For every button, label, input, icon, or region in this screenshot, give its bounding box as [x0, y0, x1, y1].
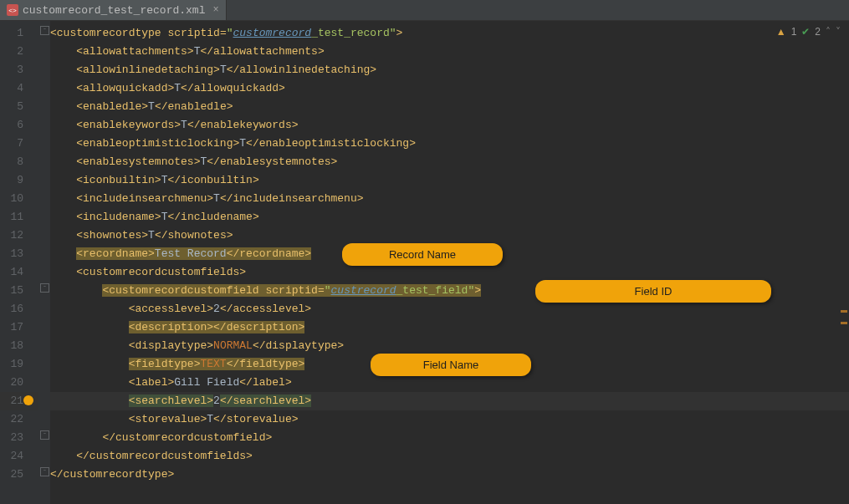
line-number: 12 — [0, 227, 38, 245]
code-line[interactable]: <includename>T</includename> — [50, 208, 849, 227]
tab-bar: <> customrecord_test_record.xml × — [0, 0, 849, 21]
line-number: 23 — [0, 429, 38, 447]
code-line[interactable]: <includeinsearchmenu>T</includeinsearchm… — [50, 190, 849, 208]
line-number: 7 — [0, 135, 38, 153]
code-line[interactable]: <enablekeywords>T</enablekeywords> — [50, 116, 849, 135]
fold-toggle[interactable]: - — [40, 283, 49, 293]
close-icon[interactable]: × — [212, 4, 218, 16]
code-line-current[interactable]: <searchlevel>2</searchlevel> — [50, 392, 849, 410]
code-line[interactable]: <accesslevel>2</accesslevel> — [50, 300, 849, 318]
line-number: 10 — [0, 190, 38, 208]
code-line[interactable]: <description></description> — [50, 318, 849, 337]
fold-toggle[interactable]: - — [40, 467, 49, 476]
code-line[interactable]: <allowinlinedetaching>T</allowinlinedeta… — [50, 61, 849, 79]
line-number: 16 — [0, 300, 38, 318]
line-number: 6 — [0, 116, 38, 135]
line-number: 19 — [0, 355, 38, 374]
bulb-icon[interactable] — [23, 395, 33, 405]
callout-field-id: Field ID — [535, 280, 771, 303]
line-number: 3 — [0, 61, 38, 79]
fold-toggle[interactable]: - — [40, 26, 49, 35]
line-number: 17 — [0, 318, 38, 337]
code-line[interactable]: <enablesystemnotes>T</enablesystemnotes> — [50, 153, 849, 171]
xml-file-icon: <> — [7, 4, 18, 16]
line-number-gutter: 1234567891011121314151617181920212223242… — [0, 21, 38, 504]
line-number: 18 — [0, 337, 38, 355]
line-number: 20 — [0, 374, 38, 392]
line-number: 14 — [0, 263, 38, 282]
code-line[interactable]: <displaytype>NORMAL</displaytype> — [50, 337, 849, 355]
line-number: 15 — [0, 282, 38, 300]
code-line[interactable]: <customrecordtype scriptid="customrecord… — [50, 24, 849, 43]
code-line[interactable]: <shownotes>T</shownotes> — [50, 227, 849, 245]
code-line[interactable]: <allowattachments>T</allowattachments> — [50, 43, 849, 61]
code-line[interactable]: <enabledle>T</enabledle> — [50, 98, 849, 116]
line-number: 13 — [0, 245, 38, 263]
fold-column: - - - - — [38, 21, 50, 504]
code-line[interactable]: </customrecordcustomfields> — [50, 447, 849, 466]
code-line[interactable]: <iconbuiltin>T</iconbuiltin> — [50, 171, 849, 190]
line-number: 11 — [0, 208, 38, 227]
line-number: 5 — [0, 98, 38, 116]
line-number: 22 — [0, 410, 38, 429]
line-number: 2 — [0, 43, 38, 61]
callout-field-name: Field Name — [371, 354, 531, 376]
code-line[interactable]: <label>Gill Field</label> — [50, 374, 849, 392]
line-number: 24 — [0, 447, 38, 466]
line-number: 25 — [0, 466, 38, 484]
fold-toggle[interactable]: - — [40, 430, 49, 440]
code-line[interactable]: <enableoptimisticlocking>T</enableoptimi… — [50, 135, 849, 153]
line-number: 8 — [0, 153, 38, 171]
line-number: 9 — [0, 171, 38, 190]
callout-record-name: Record Name — [342, 243, 503, 266]
code-line[interactable]: <storevalue>T</storevalue> — [50, 410, 849, 429]
editor-tab[interactable]: <> customrecord_test_record.xml × — [0, 0, 227, 20]
code-line[interactable]: </customrecordtype> — [50, 466, 849, 484]
code-line[interactable]: <allowquickadd>T</allowquickadd> — [50, 79, 849, 98]
code-line[interactable]: </customrecordcustomfield> — [50, 429, 849, 447]
line-number: 4 — [0, 79, 38, 98]
tab-filename: customrecord_test_record.xml — [23, 4, 205, 17]
code-line[interactable]: <customrecordcustomfields> — [50, 263, 849, 282]
line-number: 1 — [0, 24, 38, 43]
